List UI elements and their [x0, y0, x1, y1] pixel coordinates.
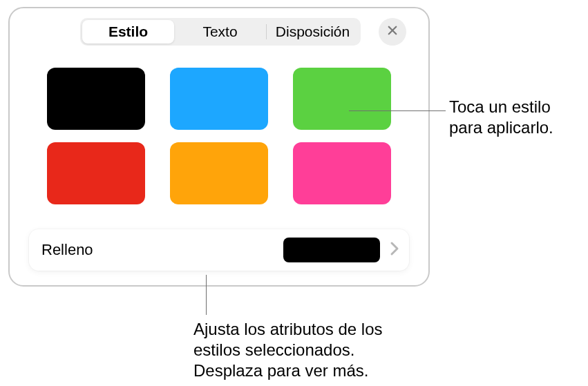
tab-layout[interactable]: Disposición — [267, 20, 359, 44]
callout-adjust-attrs: Ajusta los atributos de los estilos sele… — [193, 319, 421, 381]
close-icon — [386, 24, 399, 39]
style-swatch-grid — [26, 58, 412, 209]
close-button[interactable] — [379, 18, 406, 46]
chevron-right-icon — [390, 241, 399, 259]
fill-row[interactable]: Relleno — [29, 229, 409, 271]
style-swatch[interactable] — [47, 68, 145, 130]
format-panel: Estilo Texto Disposición Relleno — [8, 7, 430, 287]
fill-current-swatch[interactable] — [283, 238, 380, 262]
callout-apply-style: Toca un estilo para aplicarlo. — [449, 97, 587, 138]
tabbar-row: Estilo Texto Disposición — [26, 18, 412, 46]
tabbar: Estilo Texto Disposición — [80, 18, 361, 46]
style-swatch[interactable] — [47, 142, 145, 204]
tab-style[interactable]: Estilo — [82, 20, 174, 44]
style-swatch[interactable] — [293, 68, 391, 130]
callout-leader — [349, 110, 446, 111]
style-swatch[interactable] — [170, 142, 268, 204]
tab-text[interactable]: Texto — [174, 20, 266, 44]
callout-leader — [206, 275, 207, 315]
style-swatch[interactable] — [170, 68, 268, 130]
fill-label: Relleno — [41, 241, 274, 259]
style-swatch[interactable] — [293, 142, 391, 204]
